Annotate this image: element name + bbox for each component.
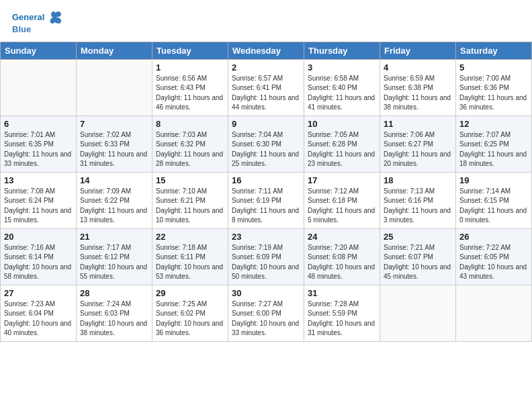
calendar-cell: 20Sunrise: 7:16 AMSunset: 6:14 PMDayligh…	[1, 228, 77, 285]
calendar-header-row: SundayMondayTuesdayWednesdayThursdayFrid…	[1, 42, 532, 59]
day-number: 12	[459, 119, 528, 129]
calendar-cell: 31Sunrise: 7:28 AMSunset: 5:59 PMDayligh…	[304, 285, 380, 341]
calendar-cell: 29Sunrise: 7:25 AMSunset: 6:02 PMDayligh…	[152, 285, 228, 341]
day-number: 30	[232, 288, 300, 298]
weekday-header-friday: Friday	[380, 42, 456, 59]
day-number: 16	[232, 175, 300, 185]
calendar-cell: 25Sunrise: 7:21 AMSunset: 6:07 PMDayligh…	[380, 228, 456, 285]
weekday-header-tuesday: Tuesday	[152, 42, 228, 59]
day-info: Sunrise: 6:59 AMSunset: 6:38 PMDaylight:…	[384, 74, 452, 113]
day-info: Sunrise: 7:28 AMSunset: 5:59 PMDaylight:…	[308, 300, 376, 338]
day-info: Sunrise: 7:17 AMSunset: 6:12 PMDaylight:…	[80, 243, 148, 282]
day-number: 25	[384, 232, 452, 242]
day-number: 27	[4, 288, 73, 298]
day-number: 23	[232, 232, 300, 242]
day-number: 3	[308, 62, 376, 73]
day-number: 22	[156, 232, 224, 242]
day-number: 2	[232, 62, 300, 73]
day-number: 10	[308, 119, 376, 129]
day-info: Sunrise: 6:57 AMSunset: 6:41 PMDaylight:…	[232, 74, 300, 113]
day-number: 17	[308, 175, 376, 185]
day-info: Sunrise: 7:16 AMSunset: 6:14 PMDaylight:…	[4, 243, 73, 282]
calendar-cell: 11Sunrise: 7:06 AMSunset: 6:27 PMDayligh…	[380, 116, 456, 172]
day-info: Sunrise: 7:02 AMSunset: 6:33 PMDaylight:…	[80, 130, 148, 169]
day-number: 31	[308, 288, 376, 298]
calendar-cell	[77, 59, 152, 116]
day-info: Sunrise: 7:27 AMSunset: 6:00 PMDaylight:…	[232, 300, 300, 338]
day-info: Sunrise: 7:08 AMSunset: 6:24 PMDaylight:…	[4, 187, 73, 226]
day-info: Sunrise: 7:19 AMSunset: 6:09 PMDaylight:…	[232, 243, 300, 282]
day-number: 1	[156, 62, 224, 73]
calendar-week-row: 20Sunrise: 7:16 AMSunset: 6:14 PMDayligh…	[1, 228, 532, 285]
day-number: 14	[80, 175, 148, 185]
day-number: 5	[459, 62, 528, 73]
page: General Blue SundayMondayTuesdayWednesda…	[0, 0, 532, 342]
day-number: 21	[80, 232, 148, 242]
day-info: Sunrise: 7:04 AMSunset: 6:30 PMDaylight:…	[232, 130, 300, 169]
day-number: 6	[4, 119, 73, 129]
day-number: 29	[156, 288, 224, 298]
calendar-cell: 26Sunrise: 7:22 AMSunset: 6:05 PMDayligh…	[456, 228, 532, 285]
day-number: 24	[308, 232, 376, 242]
calendar-cell	[380, 285, 456, 341]
calendar-cell: 14Sunrise: 7:09 AMSunset: 6:22 PMDayligh…	[77, 172, 152, 228]
calendar-cell: 12Sunrise: 7:07 AMSunset: 6:25 PMDayligh…	[456, 116, 532, 172]
weekday-header-thursday: Thursday	[304, 42, 380, 59]
day-number: 11	[384, 119, 452, 129]
calendar-cell: 28Sunrise: 7:24 AMSunset: 6:03 PMDayligh…	[77, 285, 152, 341]
day-info: Sunrise: 7:05 AMSunset: 6:28 PMDaylight:…	[308, 130, 376, 169]
weekday-header-saturday: Saturday	[456, 42, 532, 59]
day-info: Sunrise: 7:11 AMSunset: 6:19 PMDaylight:…	[232, 187, 300, 226]
calendar-cell: 3Sunrise: 6:58 AMSunset: 6:40 PMDaylight…	[304, 59, 380, 116]
logo-bird-icon	[46, 8, 64, 27]
weekday-header-wednesday: Wednesday	[228, 42, 304, 59]
calendar-cell: 23Sunrise: 7:19 AMSunset: 6:09 PMDayligh…	[228, 228, 304, 285]
calendar-cell: 6Sunrise: 7:01 AMSunset: 6:35 PMDaylight…	[1, 116, 77, 172]
calendar-week-row: 6Sunrise: 7:01 AMSunset: 6:35 PMDaylight…	[1, 116, 532, 172]
day-info: Sunrise: 7:07 AMSunset: 6:25 PMDaylight:…	[459, 130, 528, 169]
day-info: Sunrise: 7:01 AMSunset: 6:35 PMDaylight:…	[4, 130, 73, 169]
day-number: 9	[232, 119, 300, 129]
logo-text: General	[12, 12, 44, 23]
calendar-cell: 27Sunrise: 7:23 AMSunset: 6:04 PMDayligh…	[1, 285, 77, 341]
day-info: Sunrise: 7:25 AMSunset: 6:02 PMDaylight:…	[156, 300, 224, 338]
calendar-cell: 4Sunrise: 6:59 AMSunset: 6:38 PMDaylight…	[380, 59, 456, 116]
calendar-cell: 18Sunrise: 7:13 AMSunset: 6:16 PMDayligh…	[380, 172, 456, 228]
calendar-cell: 1Sunrise: 6:56 AMSunset: 6:43 PMDaylight…	[152, 59, 228, 116]
day-number: 18	[384, 175, 452, 185]
calendar-cell: 17Sunrise: 7:12 AMSunset: 6:18 PMDayligh…	[304, 172, 380, 228]
day-number: 7	[80, 119, 148, 129]
day-info: Sunrise: 7:20 AMSunset: 6:08 PMDaylight:…	[308, 243, 376, 282]
header: General Blue	[0, 0, 532, 39]
calendar-week-row: 13Sunrise: 7:08 AMSunset: 6:24 PMDayligh…	[1, 172, 532, 228]
calendar-week-row: 1Sunrise: 6:56 AMSunset: 6:43 PMDaylight…	[1, 59, 532, 116]
weekday-header-monday: Monday	[77, 42, 152, 59]
day-info: Sunrise: 7:13 AMSunset: 6:16 PMDaylight:…	[384, 187, 452, 226]
calendar-week-row: 27Sunrise: 7:23 AMSunset: 6:04 PMDayligh…	[1, 285, 532, 341]
logo-blue-text: Blue	[12, 24, 31, 35]
calendar-cell: 9Sunrise: 7:04 AMSunset: 6:30 PMDaylight…	[228, 116, 304, 172]
day-number: 8	[156, 119, 224, 129]
calendar-cell: 10Sunrise: 7:05 AMSunset: 6:28 PMDayligh…	[304, 116, 380, 172]
calendar-cell: 16Sunrise: 7:11 AMSunset: 6:19 PMDayligh…	[228, 172, 304, 228]
day-info: Sunrise: 7:00 AMSunset: 6:36 PMDaylight:…	[459, 74, 528, 113]
logo: General Blue	[12, 8, 64, 35]
calendar-cell: 15Sunrise: 7:10 AMSunset: 6:21 PMDayligh…	[152, 172, 228, 228]
calendar-cell: 7Sunrise: 7:02 AMSunset: 6:33 PMDaylight…	[77, 116, 152, 172]
weekday-header-sunday: Sunday	[1, 42, 77, 59]
day-number: 4	[384, 62, 452, 73]
calendar-cell: 22Sunrise: 7:18 AMSunset: 6:11 PMDayligh…	[152, 228, 228, 285]
day-info: Sunrise: 7:23 AMSunset: 6:04 PMDaylight:…	[4, 300, 73, 338]
day-info: Sunrise: 7:18 AMSunset: 6:11 PMDaylight:…	[156, 243, 224, 282]
day-number: 26	[459, 232, 528, 242]
calendar-cell: 24Sunrise: 7:20 AMSunset: 6:08 PMDayligh…	[304, 228, 380, 285]
day-number: 28	[80, 288, 148, 298]
day-info: Sunrise: 7:21 AMSunset: 6:07 PMDaylight:…	[384, 243, 452, 282]
day-info: Sunrise: 7:06 AMSunset: 6:27 PMDaylight:…	[384, 130, 452, 169]
day-info: Sunrise: 7:09 AMSunset: 6:22 PMDaylight:…	[80, 187, 148, 226]
calendar-cell: 30Sunrise: 7:27 AMSunset: 6:00 PMDayligh…	[228, 285, 304, 341]
day-number: 19	[459, 175, 528, 185]
day-info: Sunrise: 7:14 AMSunset: 6:15 PMDaylight:…	[459, 187, 528, 226]
calendar-table: SundayMondayTuesdayWednesdayThursdayFrid…	[0, 42, 532, 342]
calendar-cell	[1, 59, 77, 116]
